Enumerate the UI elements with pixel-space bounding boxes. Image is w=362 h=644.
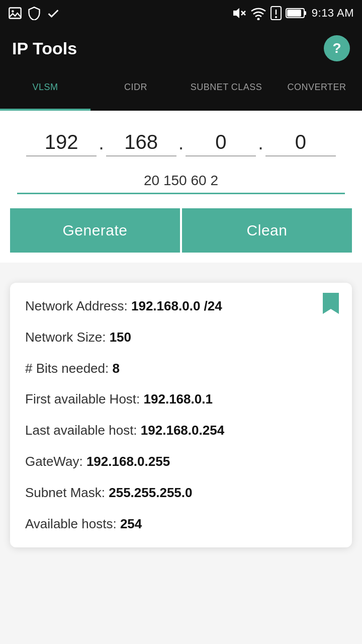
- ip-octet-4[interactable]: [265, 131, 336, 156]
- main-content: . . . Generate Clean: [0, 111, 362, 263]
- action-buttons: Generate Clean: [10, 208, 352, 253]
- ip-octet-3[interactable]: [186, 131, 256, 156]
- svg-point-5: [257, 18, 259, 21]
- subnet-mask-label: Subnet Mask:: [25, 485, 105, 500]
- gateway-value: 192.168.0.255: [86, 454, 170, 469]
- app-bar: IP Tools ?: [0, 26, 362, 70]
- octet3-wrap: [186, 131, 256, 156]
- app-title: IP Tools: [12, 39, 77, 58]
- subnet-row: [17, 171, 345, 194]
- octet1-wrap: [26, 131, 97, 156]
- ip-octet-1[interactable]: [26, 131, 97, 156]
- tabs-bar: VLSM CIDR SUBNET CLASS CONVERTER: [0, 70, 362, 111]
- ip-dot-2: .: [176, 133, 186, 156]
- result-card: Network Address: 192.168.0.0 /24 Network…: [10, 283, 352, 547]
- result-available-hosts: Available hosts: 254: [25, 516, 337, 533]
- ip-octet-2[interactable]: [106, 131, 176, 156]
- help-button[interactable]: ?: [324, 35, 350, 61]
- svg-point-8: [275, 16, 277, 18]
- image-icon: [8, 6, 22, 20]
- octet4-wrap: [265, 131, 336, 156]
- network-address-label: Network Address:: [25, 298, 128, 313]
- result-network-size: Network Size: 150: [25, 329, 337, 346]
- svg-marker-2: [233, 8, 239, 18]
- wifi-icon: [250, 6, 266, 20]
- clean-button[interactable]: Clean: [182, 208, 352, 253]
- gateway-label: GateWay:: [25, 454, 83, 469]
- tab-converter[interactable]: CONVERTER: [272, 70, 362, 111]
- subnet-mask-value: 255.255.255.0: [109, 485, 192, 500]
- subnet-input[interactable]: [17, 171, 345, 191]
- octet2-wrap: [106, 131, 176, 156]
- bookmark-icon[interactable]: [322, 292, 340, 315]
- bits-needed-label: # Bits needed:: [25, 361, 109, 376]
- generate-button[interactable]: Generate: [10, 208, 180, 253]
- result-gateway: GateWay: 192.168.0.255: [25, 453, 337, 470]
- status-time: 9:13 AM: [312, 7, 354, 20]
- last-host-label: Last available host:: [25, 423, 137, 438]
- battery-icon: [286, 7, 307, 19]
- status-right-icons: [231, 6, 307, 20]
- first-host-label: First available Host:: [25, 391, 140, 407]
- available-hosts-label: Available hosts:: [25, 516, 117, 531]
- bits-needed-value: 8: [112, 361, 119, 376]
- first-host-value: 192.168.0.1: [144, 391, 213, 407]
- shield-icon: [27, 6, 41, 20]
- check-icon: [46, 6, 60, 20]
- svg-rect-11: [287, 10, 301, 17]
- ip-dot-1: .: [97, 133, 106, 156]
- network-address-value: 192.168.0.0 /24: [131, 298, 222, 313]
- tab-vlsm[interactable]: VLSM: [0, 70, 90, 111]
- result-bits-needed: # Bits needed: 8: [25, 360, 337, 377]
- result-last-host: Last available host: 192.168.0.254: [25, 422, 337, 439]
- available-hosts-value: 254: [120, 516, 142, 531]
- network-size-label: Network Size:: [25, 330, 106, 345]
- tab-cidr[interactable]: CIDR: [90, 70, 181, 111]
- svg-rect-10: [304, 11, 306, 15]
- ip-address-row: . . .: [10, 126, 352, 156]
- network-size-value: 150: [110, 330, 131, 345]
- status-bar: 9:13 AM: [0, 0, 362, 26]
- status-left-icons: [8, 6, 60, 20]
- result-first-host: First available Host: 192.168.0.1: [25, 391, 337, 408]
- ip-dot-3: .: [256, 133, 265, 156]
- last-host-value: 192.168.0.254: [141, 423, 224, 438]
- svg-point-1: [12, 10, 14, 13]
- alert-icon: [270, 6, 282, 20]
- result-network-address: Network Address: 192.168.0.0 /24: [25, 298, 337, 315]
- volume-mute-icon: [231, 6, 246, 20]
- tab-subnet-class[interactable]: SUBNET CLASS: [181, 70, 272, 111]
- result-subnet-mask: Subnet Mask: 255.255.255.0: [25, 485, 337, 502]
- status-right: 9:13 AM: [231, 6, 354, 20]
